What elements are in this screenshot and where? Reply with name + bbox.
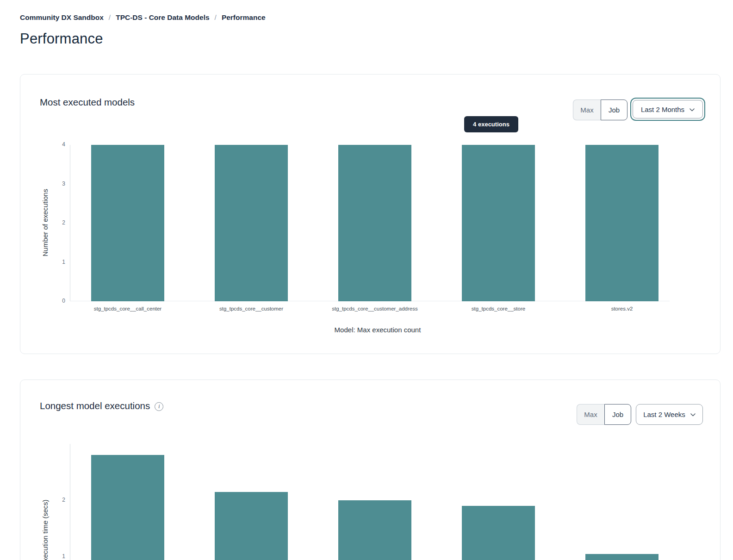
y-tick-label: 0 [50,298,65,304]
y-tick-label: 1 [50,553,65,560]
bar[interactable] [585,145,658,301]
breadcrumb-separator: / [215,13,217,22]
card-title-text: Longest model executions [40,400,150,411]
y-axis-label: Number of executions [41,189,49,256]
max-job-toggle: Max Job [577,404,631,425]
bar-chart-longest-model-executions: 12 [70,444,670,560]
x-tick-label: stg_tpcds_core__customer [182,306,321,311]
dropdown-value: Last 2 Weeks [643,411,685,418]
bar[interactable] [215,145,288,301]
time-range-dropdown[interactable]: Last 2 Months [633,100,703,118]
breadcrumb-item-job[interactable]: TPC-DS - Core Data Models [116,13,209,22]
breadcrumb-separator: / [109,13,111,22]
x-tick-label: stg_tpcds_core__store [429,306,568,311]
y-tick-label: 3 [50,180,65,187]
breadcrumb-item-current: Performance [222,13,266,22]
chart-tooltip: 4 executions [464,116,518,132]
card-title: Most executed models [40,97,135,108]
bar[interactable] [585,554,658,560]
bar[interactable] [338,500,411,560]
bar[interactable] [91,145,164,301]
y-tick-label: 2 [50,497,65,503]
toggle-max-button[interactable]: Max [573,100,601,120]
toggle-max-button[interactable]: Max [577,404,604,425]
y-tick-label: 1 [50,259,65,265]
x-axis-label: Model: Max execution count [335,326,421,334]
y-tick-label: 4 [50,141,65,148]
chevron-down-icon [690,413,696,417]
most-executed-models-card: Most executed models Max Job Last 2 Mont… [20,74,721,354]
breadcrumb-item-project[interactable]: Community DX Sandbox [20,13,104,22]
info-icon[interactable]: i [155,402,163,411]
bar-chart-most-executed-models: 01234stg_tpcds_core__call_centerstg_tpcd… [70,145,670,301]
longest-model-executions-card: Longest model executions i Max Job Last … [20,380,721,560]
toggle-job-button[interactable]: Job [601,100,627,120]
y-tick-label: 2 [50,219,65,226]
page-title: Performance [20,31,103,47]
dropdown-value: Last 2 Months [641,106,684,113]
toggle-job-button[interactable]: Job [604,404,631,425]
bar[interactable] [462,145,535,301]
x-tick-label: stores.v2 [553,306,691,311]
chevron-down-icon [690,108,695,112]
breadcrumb: Community DX Sandbox / TPC-DS - Core Dat… [20,13,266,22]
x-tick-label: stg_tpcds_core__call_center [58,306,197,311]
bar[interactable] [338,145,411,301]
time-range-dropdown-focus-ring: Last 2 Months [630,98,705,121]
card-title: Longest model executions i [40,400,163,411]
y-axis-label: Execution time (secs) [41,500,49,560]
bar[interactable] [462,506,535,560]
bar[interactable] [215,492,288,560]
bar[interactable] [91,455,164,560]
x-tick-label: stg_tpcds_core__customer_address [305,306,444,311]
max-job-toggle: Max Job [573,100,627,120]
time-range-dropdown[interactable]: Last 2 Weeks [636,404,703,425]
